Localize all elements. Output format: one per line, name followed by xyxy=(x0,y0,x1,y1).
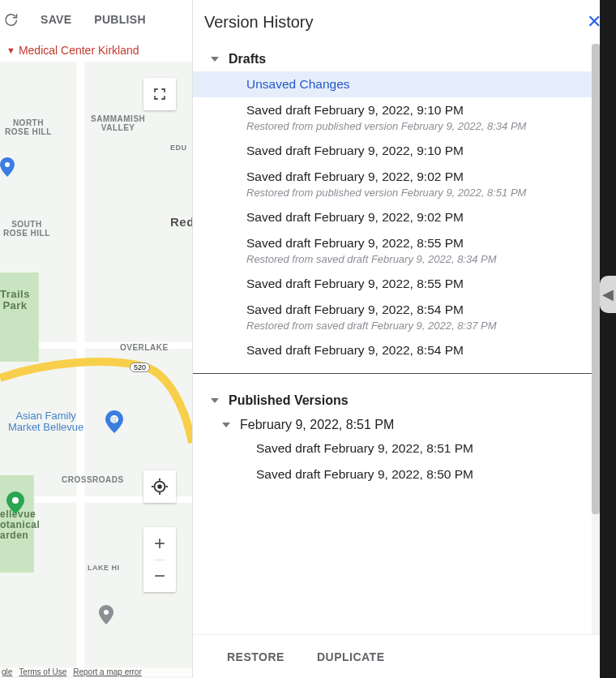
toolbar: SAVE PUBLISH xyxy=(0,0,192,39)
map-footer: gle Terms of Use Report a map error xyxy=(0,667,192,676)
panel-title: Version History xyxy=(204,13,314,32)
window-edge: ◀ xyxy=(600,0,616,678)
map-footer-link[interactable]: Report a map error xyxy=(73,667,141,676)
version-entry[interactable]: Saved draft February 9, 2022, 9:02 PMRes… xyxy=(193,164,616,204)
version-entry[interactable]: Saved draft February 9, 2022, 8:51 PM xyxy=(193,436,616,461)
version-entry[interactable]: Saved draft February 9, 2022, 8:55 PM xyxy=(193,271,616,297)
published-group-header[interactable]: February 9, 2022, 8:51 PM xyxy=(193,413,616,436)
locate-button[interactable] xyxy=(143,470,176,503)
svg-point-8 xyxy=(104,610,109,615)
publish-button[interactable]: PUBLISH xyxy=(94,13,146,26)
highway-shield: 520 xyxy=(130,363,150,372)
redo-icon[interactable] xyxy=(3,12,18,27)
map[interactable]: NORTHROSE HILL SAMMAMISHVALLEY EDU Redm … xyxy=(0,62,192,678)
svg-rect-2 xyxy=(0,272,39,362)
version-history-panel: Version History ✕ DraftsUnsaved ChangesS… xyxy=(193,0,616,678)
svg-text:🛒: 🛒 xyxy=(110,415,118,423)
version-entry[interactable]: Saved draft February 9, 2022, 8:50 PM xyxy=(193,461,616,487)
restore-button[interactable]: RESTORE xyxy=(227,650,284,663)
place-header[interactable]: ▼ Medical Center Kirkland xyxy=(0,39,192,62)
caret-down-icon: ▼ xyxy=(6,45,15,55)
published-section-label: Published Versions xyxy=(229,393,349,408)
version-entry-note: Restored from published version February… xyxy=(246,184,610,199)
svg-point-10 xyxy=(158,485,161,488)
version-entry[interactable]: Saved draft February 9, 2022, 8:54 PM xyxy=(193,337,616,363)
zoom-out-button[interactable]: − xyxy=(154,560,165,593)
panel-footer: RESTORE DUPLICATE xyxy=(193,634,616,678)
map-pin-icon[interactable] xyxy=(99,605,113,628)
zoom-controls: + − xyxy=(143,527,176,592)
version-entry[interactable]: Saved draft February 9, 2022, 8:55 PMRes… xyxy=(193,230,616,271)
scrollbar-thumb[interactable] xyxy=(592,44,600,514)
zoom-in-button[interactable]: + xyxy=(154,527,165,560)
svg-point-7 xyxy=(12,497,19,504)
drafts-section-label: Drafts xyxy=(229,52,266,67)
map-pin-icon[interactable]: 🛒 xyxy=(105,410,123,436)
version-entry[interactable]: Saved draft February 9, 2022, 9:10 PM xyxy=(193,138,616,164)
published-group-label: February 9, 2022, 8:51 PM xyxy=(240,418,394,432)
panel-body[interactable]: DraftsUnsaved ChangesSaved draft Februar… xyxy=(193,44,616,634)
caret-down-icon xyxy=(211,57,219,62)
map-pin-icon[interactable] xyxy=(6,491,24,517)
map-pin-icon[interactable] xyxy=(0,157,15,180)
svg-rect-3 xyxy=(0,475,34,573)
version-entry-note: Restored from saved draft February 9, 20… xyxy=(246,251,610,265)
version-entry[interactable]: Unsaved Changes xyxy=(193,71,616,97)
version-entry-note: Restored from saved draft February 9, 20… xyxy=(246,317,610,332)
version-entry[interactable]: Saved draft February 9, 2022, 9:02 PM xyxy=(193,204,616,230)
published-section-header[interactable]: Published Versions xyxy=(193,388,616,413)
svg-point-4 xyxy=(5,162,10,167)
version-entry[interactable]: Saved draft February 9, 2022, 9:10 PMRes… xyxy=(193,97,616,138)
caret-down-icon xyxy=(211,398,219,403)
section-divider xyxy=(193,373,616,374)
map-footer-link[interactable]: Terms of Use xyxy=(19,667,66,676)
caret-down-icon xyxy=(222,423,230,427)
duplicate-button[interactable]: DUPLICATE xyxy=(317,650,385,663)
version-entry-note: Restored from published version February… xyxy=(246,118,610,132)
drafts-section-header[interactable]: Drafts xyxy=(193,47,616,71)
drawer-handle-icon[interactable]: ◀ xyxy=(600,276,616,313)
save-button[interactable]: SAVE xyxy=(41,13,71,26)
fullscreen-button[interactable] xyxy=(143,78,176,110)
place-name: Medical Center Kirkland xyxy=(19,44,139,57)
panel-header: Version History ✕ xyxy=(193,0,616,44)
version-entry[interactable]: Saved draft February 9, 2022, 8:54 PMRes… xyxy=(193,297,616,337)
map-footer-link[interactable]: gle xyxy=(2,667,12,676)
